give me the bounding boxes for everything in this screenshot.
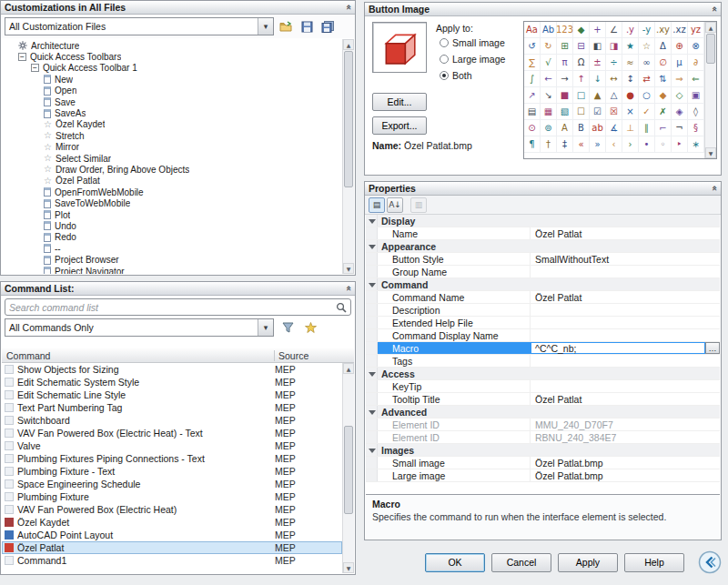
property-value[interactable] (531, 304, 720, 316)
palette-icon[interactable]: ↔ (606, 71, 622, 87)
palette-icon[interactable]: ☑ (590, 104, 606, 120)
palette-icon[interactable]: □ (573, 87, 590, 104)
category-expander-icon[interactable] (366, 240, 378, 252)
property-row[interactable]: Button StyleSmallWithoutText (366, 253, 720, 266)
property-row[interactable]: NameÖzel Patlat (366, 227, 720, 240)
icon-grid-scrollbar[interactable]: ▲ ▼ (704, 22, 716, 158)
command-row[interactable]: Edit Schematic Line StyleMEP (2, 388, 342, 401)
category-expander-icon[interactable] (366, 406, 378, 418)
command-row[interactable]: Edit Schematic System StyleMEP (2, 376, 342, 388)
palette-icon[interactable]: + (590, 22, 606, 38)
create-new-command-button[interactable] (301, 318, 319, 337)
tree-item[interactable]: ☆Mirror (2, 142, 342, 153)
collapse-node-icon[interactable]: − (31, 64, 39, 72)
palette-icon[interactable]: ⊙ (524, 120, 541, 136)
radio-button-icon[interactable] (440, 71, 449, 80)
tree-item[interactable]: SaveAs (2, 107, 342, 118)
palette-icon[interactable]: △ (606, 87, 622, 104)
collapse-dialog-button[interactable] (698, 550, 722, 574)
tree-item[interactable]: Plot (2, 209, 342, 220)
property-category[interactable]: Display (366, 215, 720, 227)
palette-icon[interactable]: ↘ (541, 87, 557, 104)
palette-icon[interactable]: ⊞ (557, 38, 573, 55)
property-row[interactable]: Macro^C^C_nb;… (366, 342, 720, 355)
macro-ellipsis-button[interactable]: … (705, 342, 720, 354)
palette-icon[interactable]: ▦ (541, 104, 557, 120)
property-row[interactable]: Group Name (366, 266, 720, 278)
palette-icon[interactable]: ‹ (606, 136, 622, 153)
palette-icon[interactable]: ⇅ (655, 71, 672, 87)
scroll-up-icon[interactable]: ▲ (343, 39, 354, 50)
palette-icon[interactable]: Ab (541, 22, 557, 38)
property-value[interactable] (531, 355, 720, 367)
collapse-panel-icon[interactable]: « (344, 286, 353, 291)
customization-file-dropdown[interactable]: All Customization Files ▾ (5, 17, 274, 35)
palette-icon[interactable]: ↕ (622, 71, 639, 87)
palette-icon[interactable]: √ (541, 55, 557, 71)
palette-icon[interactable]: 123 (557, 22, 573, 38)
property-value[interactable]: Özel Patlat.bmp (531, 457, 720, 469)
palette-icon[interactable]: ◆ (573, 22, 590, 38)
apply-to-option[interactable]: Small image (440, 37, 505, 48)
palette-icon[interactable]: ↻ (541, 38, 557, 55)
tree-item[interactable]: ☆Draw Order, Bring Above Objects (2, 164, 342, 175)
command-row[interactable]: Plumbing Fixture - TextMEP (2, 465, 342, 478)
command-row[interactable]: ValveMEP (2, 439, 342, 452)
property-value[interactable]: Özel Patlat (531, 393, 720, 405)
palette-icon[interactable]: ○ (639, 87, 655, 104)
palette-icon[interactable]: ab (590, 120, 606, 136)
tree-item[interactable]: OpenFromWebMobile (2, 187, 342, 197)
palette-icon[interactable]: ⊟ (573, 38, 590, 55)
category-expander-icon[interactable] (366, 278, 378, 290)
command-row[interactable]: Show Objects for SizingMEP (2, 363, 342, 376)
command-row[interactable]: AutoCAD Point LayoutMEP (2, 529, 342, 541)
palette-icon[interactable]: -y (639, 22, 655, 38)
palette-icon[interactable]: ↓ (590, 71, 606, 87)
palette-icon[interactable]: ⇒ (672, 71, 688, 87)
palette-icon[interactable]: μ (672, 55, 688, 71)
property-category[interactable]: Command (366, 278, 720, 291)
palette-icon[interactable]: → (557, 71, 573, 87)
dropdown-arrow-icon[interactable]: ▾ (258, 319, 273, 336)
palette-icon[interactable]: ✓ (639, 104, 655, 120)
palette-icon[interactable]: Aa (524, 22, 541, 38)
command-search-input[interactable] (9, 302, 332, 313)
palette-icon[interactable]: ⊥ (622, 120, 639, 136)
cancel-button[interactable]: Cancel (491, 553, 551, 572)
palette-icon[interactable]: A (557, 120, 573, 136)
palette-icon[interactable]: ⌐ (655, 120, 672, 136)
command-column-header[interactable]: Command (2, 350, 275, 361)
property-category[interactable]: Access (366, 368, 720, 380)
palette-icon[interactable]: ● (622, 87, 639, 104)
palette-icon[interactable]: ¬ (672, 120, 688, 136)
palette-icon[interactable]: ∫ (524, 71, 541, 87)
palette-icon[interactable]: ◨ (606, 38, 622, 55)
palette-icon[interactable]: • (639, 136, 655, 153)
palette-icon[interactable]: ¶ (524, 136, 541, 153)
property-row[interactable]: Tooltip TitleÖzel Patlat (366, 393, 720, 406)
palette-icon[interactable]: ☆ (639, 38, 655, 55)
property-value[interactable]: Özel Patlat (531, 291, 720, 303)
palette-icon[interactable]: ∑ (524, 55, 541, 71)
tree-item[interactable]: Save (2, 96, 342, 107)
command-row[interactable]: Plumbing FixtureMEP (2, 490, 342, 503)
category-expander-icon[interactable] (366, 215, 378, 227)
command-row[interactable]: SwitchboardMEP (2, 414, 342, 427)
property-row[interactable]: Description (366, 304, 720, 317)
property-row[interactable]: Element IDMMU_240_D70F7 (366, 419, 720, 431)
palette-icon[interactable]: π (557, 55, 573, 71)
tree-item[interactable]: ☆Stretch (2, 130, 342, 141)
property-row[interactable]: Tags (366, 355, 720, 368)
tree-item[interactable]: Open (2, 86, 342, 96)
collapse-node-icon[interactable]: − (18, 53, 26, 61)
tree-item[interactable]: ☆Özel Patlat (2, 176, 342, 187)
palette-icon[interactable]: ▧ (557, 104, 573, 120)
palette-icon[interactable]: ◈ (672, 104, 688, 120)
command-category-dropdown[interactable]: All Commands Only ▾ (5, 318, 274, 337)
palette-icon[interactable]: ≈ (622, 55, 639, 71)
category-expander-icon[interactable] (366, 444, 378, 456)
palette-icon[interactable]: ⇄ (639, 71, 655, 87)
command-row[interactable]: Özel PatlatMEP (2, 541, 342, 554)
palette-icon[interactable]: Δ (655, 38, 672, 55)
command-row[interactable]: Plumbing Fixtures Piping Connections - T… (2, 452, 342, 465)
